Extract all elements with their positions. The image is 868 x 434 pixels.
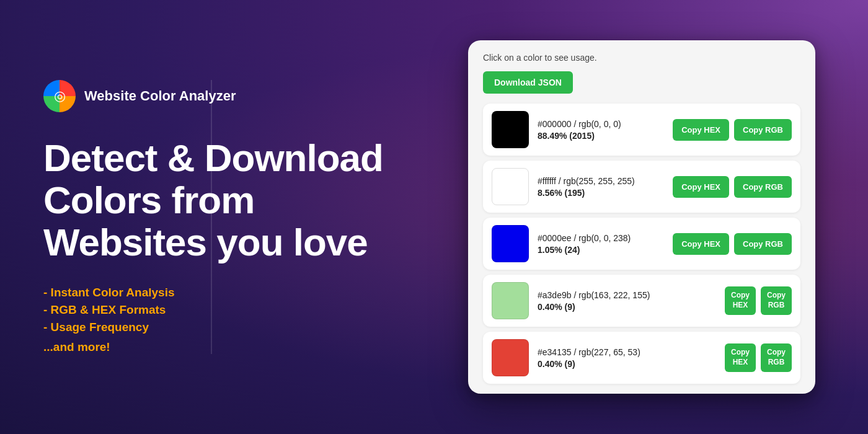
color-actions-white: Copy HEX Copy RGB (673, 176, 792, 198)
hero-title: Detect & Download Colors from Websites y… (43, 137, 384, 264)
color-swatch-red (492, 339, 529, 376)
feature-item-4: ...and more! (43, 340, 384, 354)
color-row-green[interactable]: #a3de9b / rgb(163, 222, 155) 0.40% (9) C… (483, 275, 800, 327)
copy-rgb-green[interactable]: CopyRGB (761, 286, 792, 314)
color-row-blue[interactable]: #0000ee / rgb(0, 0, 238) 1.05% (24) Copy… (483, 218, 800, 270)
color-actions-blue: Copy HEX Copy RGB (673, 233, 792, 255)
color-hex-rgb-black: #000000 / rgb(0, 0, 0) (538, 119, 664, 129)
color-row-white[interactable]: #ffffff / rgb(255, 255, 255) 8.56% (195)… (483, 161, 800, 213)
card-instruction: Click on a color to see usage. (483, 53, 800, 63)
copy-rgb-black[interactable]: Copy RGB (734, 119, 792, 141)
color-hex-rgb-white: #ffffff / rgb(255, 255, 255) (538, 176, 664, 186)
color-usage-black: 88.49% (2015) (538, 131, 664, 141)
copy-rgb-blue[interactable]: Copy RGB (734, 233, 792, 255)
features-list: - Instant Color Analysis - RGB & HEX For… (43, 286, 384, 354)
download-json-button[interactable]: Download JSON (483, 71, 573, 94)
divider (211, 80, 212, 355)
color-info-white: #ffffff / rgb(255, 255, 255) 8.56% (195) (538, 176, 664, 198)
copy-hex-blue[interactable]: Copy HEX (673, 233, 729, 255)
color-info-red: #e34135 / rgb(227, 65, 53) 0.40% (9) (538, 347, 716, 369)
color-swatch-green (492, 282, 529, 319)
color-actions-black: Copy HEX Copy RGB (673, 119, 792, 141)
color-rows: #000000 / rgb(0, 0, 0) 88.49% (2015) Cop… (483, 104, 800, 384)
color-swatch-black (492, 111, 529, 148)
color-hex-rgb-red: #e34135 / rgb(227, 65, 53) (538, 347, 716, 357)
logo-area: Website Color Analyzer (43, 80, 384, 112)
color-usage-blue: 1.05% (24) (538, 245, 664, 255)
copy-hex-red[interactable]: CopyHEX (725, 343, 756, 371)
right-panel: Click on a color to see usage. Download … (422, 16, 868, 418)
copy-hex-white[interactable]: Copy HEX (673, 176, 729, 198)
app-logo-icon (43, 80, 76, 112)
app-title: Website Color Analyzer (84, 88, 236, 104)
color-hex-rgb-green: #a3de9b / rgb(163, 222, 155) (538, 290, 716, 300)
color-hex-rgb-blue: #0000ee / rgb(0, 0, 238) (538, 233, 664, 243)
color-row-black[interactable]: #000000 / rgb(0, 0, 0) 88.49% (2015) Cop… (483, 104, 800, 156)
copy-rgb-white[interactable]: Copy RGB (734, 176, 792, 198)
copy-hex-black[interactable]: Copy HEX (673, 119, 729, 141)
color-actions-red: CopyHEX CopyRGB (725, 343, 792, 371)
color-usage-white: 8.56% (195) (538, 188, 664, 198)
color-info-green: #a3de9b / rgb(163, 222, 155) 0.40% (9) (538, 290, 716, 312)
feature-item-1: - Instant Color Analysis (43, 286, 384, 299)
left-panel: Website Color Analyzer Detect & Download… (0, 43, 422, 392)
color-usage-green: 0.40% (9) (538, 302, 716, 312)
color-actions-green: CopyHEX CopyRGB (725, 286, 792, 314)
color-swatch-blue (492, 225, 529, 262)
feature-item-2: - RGB & HEX Formats (43, 303, 384, 317)
color-usage-red: 0.40% (9) (538, 359, 716, 369)
color-swatch-white (492, 168, 529, 205)
color-info-blue: #0000ee / rgb(0, 0, 238) 1.05% (24) (538, 233, 664, 255)
copy-rgb-red[interactable]: CopyRGB (761, 343, 792, 371)
color-row-red[interactable]: #e34135 / rgb(227, 65, 53) 0.40% (9) Cop… (483, 332, 800, 384)
feature-item-3: - Usage Frequency (43, 321, 384, 334)
copy-hex-green[interactable]: CopyHEX (725, 286, 756, 314)
color-info-black: #000000 / rgb(0, 0, 0) 88.49% (2015) (538, 119, 664, 141)
color-analyzer-card: Click on a color to see usage. Download … (468, 40, 815, 394)
